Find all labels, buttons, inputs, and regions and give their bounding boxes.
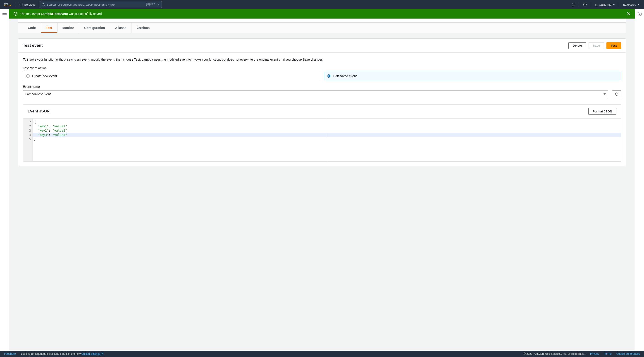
radio-icon — [328, 74, 331, 78]
panel-title: Test event — [23, 43, 43, 48]
side-nav-toggle[interactable] — [2, 12, 6, 15]
right-rail: i — [635, 9, 644, 351]
svg-point-4 — [585, 5, 586, 6]
event-name-select[interactable]: LambdaTestEvent — [23, 90, 608, 98]
test-event-action-label: Test event action — [23, 66, 621, 70]
nav-divider — [591, 2, 591, 7]
tab-test[interactable]: Test — [41, 23, 58, 33]
success-check-icon — [14, 12, 18, 16]
flash-event-name: LambdaTestEvent — [41, 12, 68, 16]
tab-versions[interactable]: Versions — [132, 23, 154, 33]
help-panel-toggle[interactable]: i — [638, 12, 642, 16]
editor-code-area[interactable]: { "key1": "value1", "key2": "value2", "k… — [32, 118, 621, 161]
help-icon — [583, 2, 587, 6]
tab-label: Aliases — [115, 26, 126, 30]
tab-label: Code — [28, 26, 36, 30]
svg-text:aws: aws — [4, 2, 8, 5]
flash-suffix: was successfully saved. — [68, 12, 102, 16]
tab-code[interactable]: Code — [23, 23, 41, 33]
select-value: LambdaTestEvent — [25, 92, 51, 96]
svg-line-2 — [44, 5, 44, 6]
delete-button[interactable]: Delete — [568, 42, 586, 49]
search-input[interactable] — [40, 1, 162, 8]
nav-divider — [16, 2, 16, 7]
refresh-events-button[interactable] — [612, 90, 621, 98]
bell-icon — [571, 3, 575, 6]
radio-label: Edit saved event — [333, 74, 357, 78]
flash-message: The test event LambdaTestEvent was succe… — [20, 12, 102, 16]
tab-aliases[interactable]: Aliases — [110, 23, 132, 33]
radio-label: Create new event — [32, 74, 57, 78]
services-menu-button[interactable]: Services — [19, 3, 36, 6]
success-flash: The test event LambdaTestEvent was succe… — [9, 9, 635, 18]
event-name-label: Event name — [23, 85, 621, 88]
svg-point-5 — [14, 12, 18, 16]
nav-divider — [579, 2, 579, 7]
tab-label: Test — [46, 26, 52, 30]
editor-gutter: 12345 — [23, 118, 32, 161]
test-button[interactable]: Test — [606, 42, 621, 49]
radio-create-new-event[interactable]: Create new event — [23, 72, 320, 80]
caret-down-icon — [638, 4, 640, 5]
tab-label: Configuration — [84, 26, 105, 30]
caret-down-icon — [613, 4, 615, 5]
notifications-button[interactable] — [570, 2, 576, 7]
save-button: Save — [588, 42, 604, 49]
refresh-icon — [614, 92, 619, 96]
previous-card-bottom — [18, 18, 626, 22]
region-selector[interactable]: N. California — [594, 3, 616, 6]
main-column: The test event LambdaTestEvent was succe… — [9, 9, 635, 351]
tab-label: Monitor — [62, 26, 74, 30]
json-editor[interactable]: 12345 { "key1": "value1", "key2": "value… — [23, 118, 621, 161]
services-label: Services — [24, 3, 36, 6]
tab-monitor[interactable]: Monitor — [58, 23, 79, 33]
editor-center-rule — [327, 118, 327, 161]
radio-edit-saved-event[interactable]: Edit saved event — [324, 72, 621, 80]
radio-icon — [26, 74, 30, 78]
aws-logo[interactable]: aws — [4, 2, 11, 7]
search-shortcut-hint: [Option+S] — [146, 2, 159, 6]
tab-label: Versions — [136, 26, 150, 30]
event-json-title: Event JSON — [28, 109, 50, 114]
services-grid-icon — [19, 3, 23, 6]
format-json-button[interactable]: Format JSON — [588, 108, 616, 115]
function-tabs: Code Test Monitor Configuration Aliases … — [18, 23, 626, 33]
svg-point-1 — [42, 3, 44, 5]
global-search: [Option+S] — [40, 1, 162, 8]
test-event-panel: Test event Delete Save Test To invoke yo… — [18, 38, 626, 166]
region-label: N. California — [595, 3, 612, 6]
panel-description: To invoke your function without saving a… — [23, 57, 621, 62]
search-icon — [42, 3, 45, 6]
tab-configuration[interactable]: Configuration — [79, 23, 110, 33]
caret-down-icon — [604, 94, 606, 95]
help-button[interactable] — [582, 2, 588, 7]
event-json-card: Event JSON Format JSON 12345 { "key1": "… — [23, 104, 621, 162]
account-label: EzioADev — [623, 3, 636, 6]
top-nav: aws Services [Option+S] N. California Ez… — [0, 0, 644, 9]
left-rail — [0, 9, 9, 351]
account-menu[interactable]: EzioADev — [622, 3, 640, 6]
flash-prefix: The test event — [20, 12, 41, 16]
flash-close-button[interactable] — [627, 12, 630, 16]
